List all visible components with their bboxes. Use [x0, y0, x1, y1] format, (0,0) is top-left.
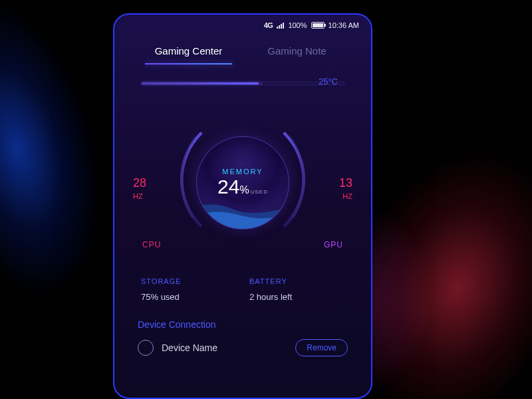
memory-used-label: USED	[251, 189, 268, 195]
battery-percent: 100%	[288, 21, 307, 29]
device-row: Device Name Remove	[114, 330, 371, 356]
memory-value: 24% USED	[217, 176, 268, 198]
clock: 10:36 AM	[329, 21, 359, 29]
storage-label: STORAGE	[141, 277, 236, 285]
status-bar: 4G 100% 10:36 AM	[114, 15, 371, 33]
memory-orb[interactable]: MEMORY 24% USED	[196, 136, 289, 229]
phone-frame: 4G 100% 10:36 AM Gaming Center Gaming No…	[113, 13, 372, 399]
network-indicator: 4G	[264, 21, 273, 29]
memory-percent-sign: %	[239, 184, 249, 196]
temperature-track	[141, 82, 344, 85]
gauge-area: 28 HZ 13 HZ CPU GPU MEMORY 24% USED	[114, 95, 371, 268]
gpu-unit: HZ	[339, 192, 352, 201]
temperature-bar: 25°C	[141, 78, 344, 88]
cpu-value: 28	[133, 175, 146, 192]
temperature-value: 25°C	[319, 76, 338, 86]
memory-label: MEMORY	[222, 168, 263, 176]
storage-value: 75% used	[141, 292, 236, 302]
signal-icon	[277, 23, 284, 29]
cpu-unit: HZ	[133, 192, 146, 201]
tab-gaming-center[interactable]: Gaming Center	[134, 45, 243, 65]
device-name: Device Name	[162, 342, 217, 353]
battery-stat: BATTERY 2 hours left	[249, 277, 344, 302]
memory-number: 24	[217, 176, 239, 198]
storage-stat: STORAGE 75% used	[141, 277, 236, 302]
device-connection-title: Device Connection	[114, 302, 371, 330]
gpu-value: 13	[339, 175, 352, 192]
remove-button[interactable]: Remove	[295, 339, 348, 356]
cpu-label: CPU	[142, 240, 161, 249]
device-icon	[138, 340, 154, 356]
battery-icon	[311, 22, 325, 29]
tabs: Gaming Center Gaming Note	[114, 33, 371, 65]
gpu-label: GPU	[324, 240, 343, 249]
bottom-stats: STORAGE 75% used BATTERY 2 hours left	[114, 268, 371, 302]
gpu-stat: 13 HZ	[339, 175, 352, 202]
battery-value: 2 hours left	[249, 292, 344, 302]
cpu-stat: 28 HZ	[133, 175, 146, 202]
tab-gaming-note[interactable]: Gaming Note	[243, 45, 351, 65]
battery-label: BATTERY	[249, 277, 344, 285]
